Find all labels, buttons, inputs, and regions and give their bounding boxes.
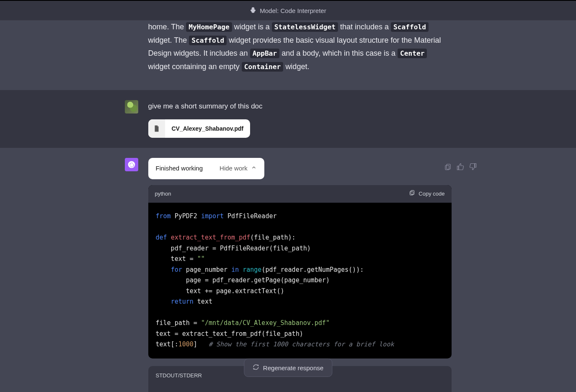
inline-code: Container <box>242 62 284 72</box>
copy-code-button[interactable]: Copy code <box>409 189 444 199</box>
assistant-message: Finished working Hide work python <box>0 148 576 392</box>
text-span: widget containing an empty <box>148 62 242 71</box>
text-span: and a body, which in this case is a <box>282 49 398 57</box>
inline-code: Center <box>398 49 427 58</box>
user-message: give me a short summary of this doc CV_A… <box>0 90 576 148</box>
text-span: widget. The <box>148 36 189 44</box>
message-actions <box>444 163 477 172</box>
inline-code: MyHomePage <box>186 22 232 32</box>
regenerate-button[interactable]: Regenerate response <box>244 358 332 377</box>
inline-code: AppBar <box>250 49 279 58</box>
model-icon <box>250 7 256 15</box>
assistant-message-previous: home. The MyHomePage widget is a Statele… <box>0 21 576 90</box>
text-span: that includes a <box>340 23 391 31</box>
attachment-filename: CV_Alexey_Shabanov.pdf <box>165 119 251 138</box>
copy-code-label: Copy code <box>418 189 444 199</box>
hide-work-label: Hide work <box>220 163 248 174</box>
clipboard-icon <box>409 189 415 199</box>
svg-rect-0 <box>411 190 414 194</box>
inline-code: StatelessWidget <box>272 22 338 32</box>
document-icon <box>148 119 165 138</box>
work-status-text: Finished working <box>156 163 203 174</box>
user-text: give me a short summary of this doc <box>148 100 452 113</box>
code-block: python Copy code from PyPDF2 import PdfF… <box>148 185 452 358</box>
thumbs-down-button[interactable] <box>469 163 477 172</box>
model-banner: Model: Code Interpreter <box>0 0 576 20</box>
text-span: widget is a <box>234 23 272 31</box>
assistant-avatar <box>125 158 138 171</box>
copy-message-button[interactable] <box>444 163 452 172</box>
user-avatar <box>125 100 138 113</box>
refresh-icon <box>253 364 259 371</box>
text-span: widget. <box>285 62 309 71</box>
text-span: home. The <box>148 23 186 31</box>
model-label: Model: Code Interpreter <box>260 7 326 14</box>
svg-rect-2 <box>447 164 450 169</box>
attachment-chip[interactable]: CV_Alexey_Shabanov.pdf <box>148 119 251 138</box>
code-language-label: python <box>155 189 171 199</box>
inline-code: Scaffold <box>189 36 227 45</box>
work-status-pill[interactable]: Finished working Hide work <box>148 158 264 179</box>
code-content[interactable]: from PyPDF2 import PdfFileReader def ext… <box>148 203 452 358</box>
chevron-up-icon <box>251 163 257 174</box>
inline-code: Scaffold <box>391 22 429 32</box>
stdout-label: STDOUT/STDERR <box>156 372 202 379</box>
thumbs-up-button[interactable] <box>457 163 464 172</box>
assistant-text-previous: home. The MyHomePage widget is a Statele… <box>148 21 450 73</box>
regenerate-label: Regenerate response <box>263 364 323 371</box>
